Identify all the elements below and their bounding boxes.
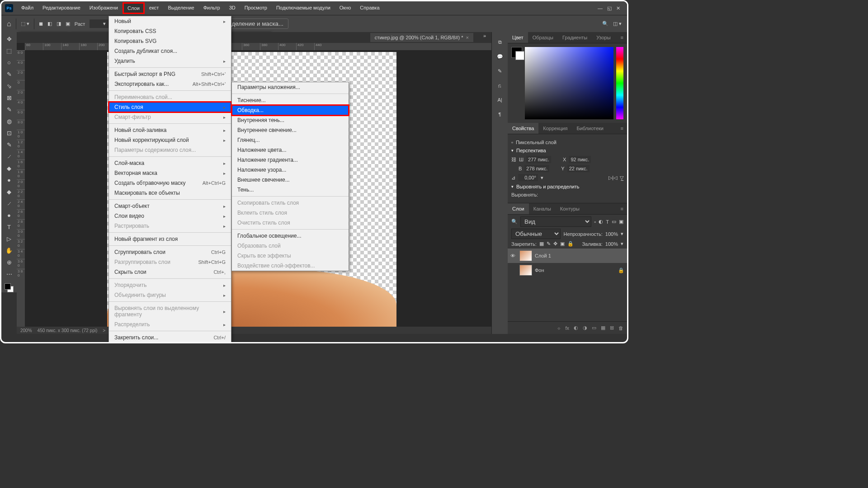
tab-узоры[interactable]: Узоры [592,32,615,43]
tool-12[interactable]: ● [3,175,15,185]
tool-18[interactable]: ✋ [3,245,15,255]
menu-фильтр[interactable]: Фильтр [199,2,225,14]
tab-каналы[interactable]: Каналы [529,203,556,214]
menu-item-экспортировать-как---[interactable]: Экспортировать как...Alt+Shift+Ctrl+' [109,79,231,89]
menu-подключаемые модули[interactable]: Подключаемые модули [272,2,335,14]
sel-int-icon[interactable]: ▣ [66,21,70,27]
sel-add-icon[interactable]: ◧ [47,21,52,27]
menu-item-копировать-css[interactable]: Копировать CSS [109,26,231,36]
menu-item-обводка---[interactable]: Обводка... [232,105,349,115]
link-wh-icon[interactable]: ⛓ [511,157,516,162]
visibility-icon[interactable]: 👁 [510,253,517,258]
menu-item-внутренняя-тень---[interactable]: Внутренняя тень... [232,115,349,125]
search-icon[interactable]: 🔍 [602,21,609,27]
filter-type-icon[interactable]: T [606,219,609,225]
menu-item-наложение-цвета---[interactable]: Наложение цвета... [232,145,349,155]
home-icon[interactable]: ⌂ [7,20,11,28]
x-value[interactable]: 92 пикс. [569,156,591,163]
align-section[interactable]: Выровнять и распределить [511,184,623,189]
tab-слои[interactable]: Слои [508,203,529,214]
tool-2[interactable]: ○ [3,57,15,67]
filter-shape-icon[interactable]: ▭ [612,219,616,225]
menu-item-стиль-слоя[interactable]: Стиль слоя [109,102,231,112]
width-value[interactable]: 277 пикс. [526,156,551,163]
close-tab-icon[interactable]: × [466,35,469,40]
menu-item-новый-корректирующий-слой[interactable]: Новый корректирующий слой [109,135,231,145]
expand-tabs-icon[interactable]: » [483,33,486,38]
menu-item-копировать-svg[interactable]: Копировать SVG [109,36,231,46]
menu-item-смарт-объект[interactable]: Смарт-объект [109,201,231,211]
tool-20[interactable]: ⋯ [3,269,15,279]
tool-15[interactable]: ● [3,210,15,220]
tab-библиотеки[interactable]: Библиотеки [572,123,608,134]
tool-17[interactable]: ▷ [3,234,15,244]
menu-item-закрепить-слои---[interactable]: Закрепить слои...Ctrl+/ [109,333,231,343]
tab-коррекция[interactable]: Коррекция [538,123,572,134]
filter-adjust-icon[interactable]: ◐ [599,219,603,225]
mini-panel-1[interactable]: 💬 [495,51,505,62]
panel-menu-icon[interactable]: ≡ [617,123,627,134]
document-tab-active[interactable]: стикер.jpg @ 200% (Слой 1, RGB/8#) * × [370,33,473,42]
tool-13[interactable]: ◆ [3,187,15,197]
menu-item-новый[interactable]: Новый [109,16,231,26]
minimize-icon[interactable]: — [598,5,603,11]
menu-item-скрыть-слои[interactable]: Скрыть слоиCtrl+, [109,267,231,277]
mini-panel-3[interactable]: ⎌ [495,80,505,91]
lock-artboard-icon[interactable]: ▣ [560,241,565,247]
blend-mode-dropdown[interactable]: Обычные [511,229,561,239]
layers-footer-icon-4[interactable]: ▭ [592,325,596,331]
tool-0[interactable]: ✥ [3,34,15,44]
tool-6[interactable]: ✎ [3,104,15,114]
layer-row[interactable]: 👁 Слой 1 [508,249,627,263]
height-value[interactable]: 278 пикс. [524,165,549,172]
y-value[interactable]: 22 пикс. [567,165,590,172]
tool-9[interactable]: ✎ [3,140,15,150]
menu-item-тиснение---[interactable]: Тиснение... [232,95,349,105]
tool-11[interactable]: ◆ [3,163,15,173]
flip-h-icon[interactable]: ▷|◁ [609,175,617,181]
menu-item-глобальное-освещение---[interactable]: Глобальное освещение... [232,231,349,241]
filter-smart-icon[interactable]: ▣ [619,219,623,225]
fg-bg-swatch[interactable] [511,47,522,58]
panel-menu-icon[interactable]: ≡ [617,203,627,214]
angle-value[interactable]: 0,00° [518,174,538,181]
menu-item-внешнее-свечение---[interactable]: Внешнее свечение... [232,175,349,185]
sel-sub-icon[interactable]: ◨ [57,21,61,27]
doc-info-arrow[interactable]: > [103,328,105,333]
tab-цвет[interactable]: Цвет [508,32,528,43]
lock-all-icon[interactable]: 🔒 [567,241,574,247]
menu-просмотр[interactable]: Просмотр [240,2,272,14]
menu-редактирование[interactable]: Редактирование [38,2,85,14]
tool-1[interactable]: ⬚ [3,46,15,56]
layers-footer-icon-0[interactable]: ⟐ [557,325,561,331]
color-field[interactable] [525,47,613,119]
mini-panel-0[interactable]: ⧉ [495,37,505,47]
menu-item-глянец---[interactable]: Глянец... [232,135,349,145]
tab-контуры[interactable]: Контуры [556,203,584,214]
menu-item-тень---[interactable]: Тень... [232,185,349,195]
layer-thumbnail[interactable] [519,250,532,261]
fill-value[interactable]: 100% [605,241,618,247]
opacity-value[interactable]: 100% [605,231,618,237]
workspace-icon[interactable]: ◫ ▾ [613,21,622,27]
menu-item-сгруппировать-слои[interactable]: Сгруппировать слоиCtrl+G [109,247,231,257]
transform-section[interactable]: Перспектива [511,148,623,153]
layers-footer-icon-3[interactable]: ◑ [583,325,587,331]
lock-move-icon[interactable]: ✥ [553,241,557,247]
tool-14[interactable]: ⟋ [3,198,15,208]
hue-slider[interactable] [616,47,623,119]
panel-menu-icon[interactable]: ≡ [617,32,627,43]
filter-pixel-icon[interactable]: ▫ [594,219,596,225]
tool-10[interactable]: ⟋ [3,151,15,161]
tab-образцы[interactable]: Образцы [528,32,558,43]
menu-item-создать-обтравочную-маску[interactable]: Создать обтравочную маскуAlt+Ctrl+G [109,178,231,188]
menu-3d[interactable]: 3D [225,2,240,14]
flip-v-icon[interactable]: ▽̲ [620,175,623,181]
mini-panel-5[interactable]: ¶ [495,109,505,120]
marquee-mode-icon[interactable]: ⬚ ▾ [21,21,29,27]
layers-footer-icon-7[interactable]: 🗑 [618,325,623,331]
layers-footer-icon-1[interactable]: fx [565,325,569,331]
zoom-level[interactable]: 200% [20,328,32,333]
layer-row[interactable]: Фон 🔒 [508,263,627,277]
layer-thumbnail[interactable] [519,265,532,276]
